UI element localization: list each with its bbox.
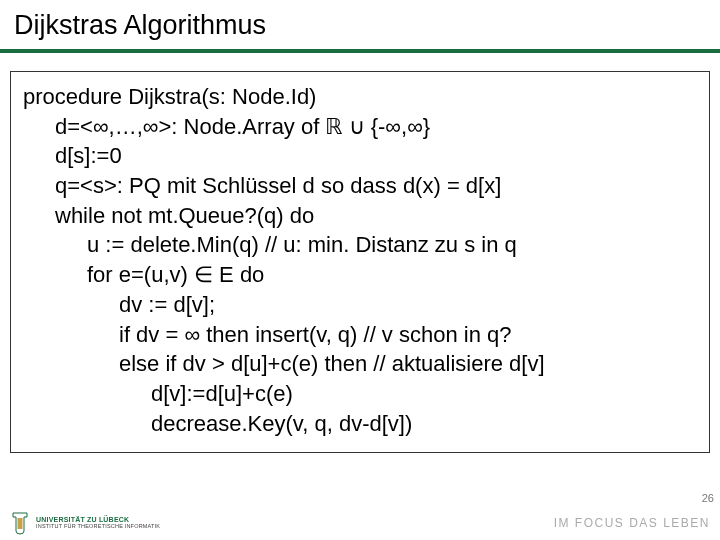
footer-left: UNIVERSITÄT ZU LÜBECK INSTITUT FÜR THEOR… <box>10 511 160 535</box>
code-box: procedure Dijkstra(s: Node.Id) d=<∞,…,∞>… <box>10 71 710 453</box>
code-line: d[s]:=0 <box>55 141 697 171</box>
title-underline <box>0 49 720 53</box>
code-line: if dv = ∞ then insert(v, q) // v schon i… <box>119 320 697 350</box>
code-line: dv := d[v]; <box>119 290 697 320</box>
footer-tagline: IM FOCUS DAS LEBEN <box>554 516 710 530</box>
code-line: decrease.Key(v, q, dv-d[v]) <box>151 409 697 439</box>
slide-title: Dijkstras Algorithmus <box>0 0 720 49</box>
code-line: d[v]:=d[u]+c(e) <box>151 379 697 409</box>
code-line: q=<s>: PQ mit Schlüssel d so dass d(x) =… <box>55 171 697 201</box>
code-line: else if dv > d[u]+c(e) then // aktualisi… <box>119 349 697 379</box>
code-line: d=<∞,…,∞>: Node.Array of ℝ ∪ {-∞,∞} <box>55 112 697 142</box>
university-text: UNIVERSITÄT ZU LÜBECK INSTITUT FÜR THEOR… <box>36 516 160 529</box>
footer: UNIVERSITÄT ZU LÜBECK INSTITUT FÜR THEOR… <box>0 506 720 540</box>
svg-rect-0 <box>18 518 23 529</box>
code-line: u := delete.Min(q) // u: min. Distanz zu… <box>87 230 697 260</box>
code-line: while not mt.Queue?(q) do <box>55 201 697 231</box>
slide: Dijkstras Algorithmus procedure Dijkstra… <box>0 0 720 540</box>
page-number: 26 <box>702 492 714 504</box>
university-logo-icon <box>10 511 30 535</box>
code-line: for e=(u,v) ∈ E do <box>87 260 697 290</box>
university-subtitle: INSTITUT FÜR THEORETISCHE INFORMATIK <box>36 524 160 530</box>
code-line: procedure Dijkstra(s: Node.Id) <box>23 82 697 112</box>
